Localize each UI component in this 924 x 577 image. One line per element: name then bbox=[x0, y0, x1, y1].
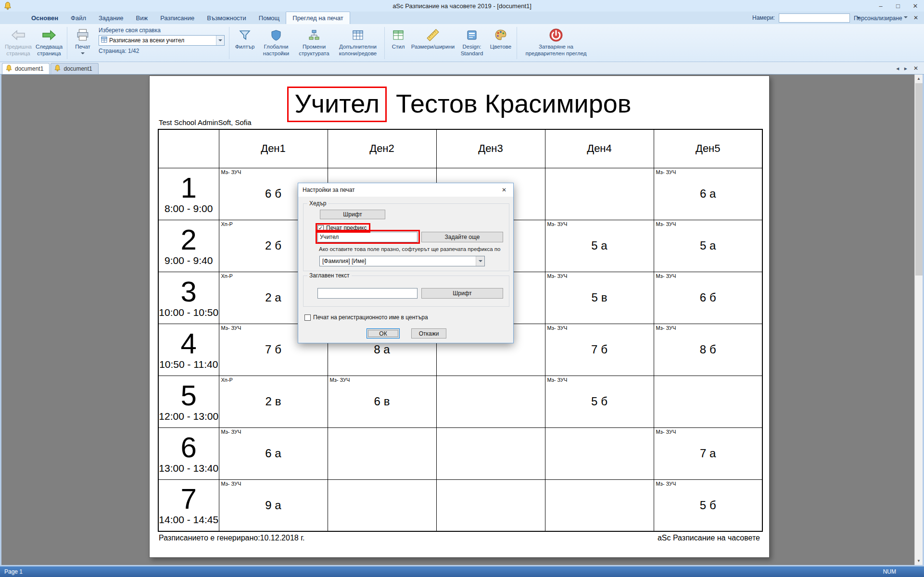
tab-print-preview[interactable]: Преглед на печат bbox=[286, 12, 350, 24]
tab-zadanie[interactable]: Задание bbox=[92, 12, 130, 24]
name-format-dropdown[interactable]: [Фамилия] [Име] bbox=[319, 256, 485, 266]
scroll-up-button[interactable]: ▲ bbox=[915, 75, 923, 83]
cancel-button[interactable]: Откажи bbox=[411, 328, 446, 339]
maximize-button[interactable]: □ bbox=[889, 0, 907, 11]
lesson-cell: Мз- ЗУЧ5 а bbox=[654, 220, 762, 272]
center-name-checkbox[interactable] bbox=[304, 314, 311, 321]
name-format-value: [Фамилия] [Име] bbox=[320, 258, 476, 264]
tab-vizh[interactable]: Виж bbox=[130, 12, 154, 24]
colors-button[interactable]: Цветове bbox=[487, 25, 514, 61]
period-number: 5 bbox=[159, 381, 219, 410]
doc-tab-2[interactable]: document1 bbox=[51, 63, 98, 74]
lesson-class: 5 б bbox=[700, 499, 716, 512]
report-icon bbox=[101, 36, 107, 45]
tab-razpisanie[interactable]: Разписание bbox=[154, 12, 201, 24]
lesson-class: 6 б bbox=[700, 291, 716, 304]
find-input[interactable] bbox=[779, 14, 857, 22]
lesson-cell: Мз- ЗУЧ6 а bbox=[219, 427, 328, 479]
report-picker-combobox[interactable]: Разписание за всеки учител bbox=[99, 35, 225, 46]
tab-scroll-right-button[interactable]: ► bbox=[903, 66, 908, 71]
period-cell: 310:00 - 10:50 bbox=[158, 272, 219, 324]
center-name-label: Печат на регистрационното име в центъра bbox=[313, 314, 428, 321]
prev-arrow-icon bbox=[11, 26, 25, 44]
combo-dropdown-button[interactable] bbox=[216, 36, 224, 45]
doc-tab-1[interactable]: document1 bbox=[2, 63, 50, 74]
minimize-button[interactable]: – bbox=[872, 0, 889, 11]
lesson-class: 8 б bbox=[700, 343, 716, 356]
scroll-down-button[interactable]: ▼ bbox=[915, 557, 923, 565]
tab-scroll-left-button[interactable]: ◄ bbox=[895, 66, 900, 71]
sizes-label: Размери/ширини bbox=[411, 44, 455, 50]
ribbon-separator bbox=[384, 27, 385, 59]
header-font-button[interactable]: Шрифт bbox=[320, 210, 385, 219]
print-button[interactable]: Печат bbox=[70, 25, 96, 61]
style-label: Стил bbox=[392, 44, 405, 50]
period-cell: 410:50 - 11:40 bbox=[158, 324, 219, 376]
close-preview-button[interactable]: Затваряне на предварителен преглед bbox=[519, 25, 593, 61]
lesson-tag: Мз- ЗУЧ bbox=[221, 169, 241, 175]
filter-button[interactable]: Филтър bbox=[232, 25, 258, 61]
close-document-icon[interactable]: ✕ bbox=[911, 14, 920, 21]
period-cell: 29:00 - 9:40 bbox=[158, 220, 219, 272]
lesson-class: 2 а bbox=[265, 291, 281, 304]
title-font-button[interactable]: Шрифт bbox=[421, 288, 503, 299]
style-button[interactable]: Стил bbox=[387, 25, 409, 61]
dropdown-arrow-button[interactable] bbox=[476, 256, 484, 266]
extra-columns-button[interactable]: Допълнителни колони/редове bbox=[334, 25, 382, 61]
global-settings-button[interactable]: Глобални настройки bbox=[258, 25, 294, 61]
lesson-tag: Мз- ЗУЧ bbox=[547, 377, 568, 383]
close-button[interactable]: ✕ bbox=[907, 0, 924, 11]
print-prefix-checkbox[interactable]: ✓ bbox=[317, 225, 324, 231]
lesson-class: 5 б bbox=[591, 395, 608, 408]
period-number: 4 bbox=[159, 329, 219, 358]
lesson-class: 6 в bbox=[374, 395, 390, 408]
lesson-cell: Мз- ЗУЧ7 б bbox=[545, 324, 654, 376]
ribbon-separator bbox=[229, 27, 229, 59]
set-more-button[interactable]: Задайте още bbox=[421, 232, 503, 242]
lesson-tag: Мз- ЗУЧ bbox=[656, 273, 676, 279]
dialog-close-button[interactable]: ✕ bbox=[495, 183, 513, 197]
ribbon: Предишна страница Следваща страница Печа… bbox=[0, 24, 924, 62]
title-text-input[interactable] bbox=[317, 288, 418, 299]
tab-pomosht[interactable]: Помощ bbox=[253, 12, 286, 24]
asc-bell-icon[interactable] bbox=[3, 1, 12, 10]
scrollbar-thumb[interactable] bbox=[915, 83, 923, 276]
page-title: Учител Тестов Красимиров bbox=[150, 87, 769, 122]
tab-close-button[interactable]: ✕ bbox=[911, 65, 920, 72]
vertical-scrollbar[interactable]: ▲ ▼ bbox=[914, 75, 923, 565]
lesson-tag: Мз- ЗУЧ bbox=[656, 481, 676, 487]
app-window: aSc Разписание на часовете 2019 - [docum… bbox=[0, 0, 924, 577]
close-preview-label: Затваряне на предварителен преглед bbox=[519, 44, 593, 57]
design-button[interactable]: Design: Standard bbox=[456, 25, 487, 61]
lesson-cell: Мз- ЗУЧ5 в bbox=[545, 272, 654, 324]
tab-fail[interactable]: Файл bbox=[64, 12, 92, 24]
period-cell: 714:00 - 14:45 bbox=[158, 479, 219, 531]
lesson-cell: Мз- ЗУЧ7 а bbox=[654, 427, 762, 479]
period-cell: 512:00 - 13:00 bbox=[158, 376, 219, 427]
ok-button[interactable]: ОК bbox=[367, 328, 400, 339]
printer-icon bbox=[76, 26, 89, 44]
next-page-button[interactable]: Следваща страница bbox=[34, 25, 64, 61]
day-header: Ден4 bbox=[545, 129, 654, 168]
grid-columns-icon bbox=[352, 26, 364, 44]
day-header: Ден2 bbox=[328, 129, 436, 168]
find-combobox[interactable] bbox=[779, 13, 850, 23]
prefix-input[interactable] bbox=[317, 232, 418, 242]
chevron-down-icon bbox=[218, 39, 222, 43]
period-time: 9:00 - 9:40 bbox=[159, 255, 219, 266]
sizes-button[interactable]: Размери/ширини bbox=[409, 25, 456, 61]
dialog-titlebar[interactable]: Настройки за печат ✕ bbox=[298, 183, 513, 197]
title-prefix-annotated: Учител bbox=[287, 87, 386, 122]
period-time: 13:00 - 13:40 bbox=[159, 463, 219, 474]
personalize-menu[interactable]: Персонализиране bbox=[854, 14, 908, 22]
prev-page-button[interactable]: Предишна страница bbox=[3, 25, 34, 61]
colors-label: Цветове bbox=[490, 44, 511, 50]
tab-osnoven[interactable]: Основен bbox=[25, 12, 64, 24]
period-number: 3 bbox=[159, 277, 219, 306]
window-title: aSc Разписание на часовете 2019 - [docum… bbox=[0, 2, 924, 10]
change-structure-button[interactable]: Промени структурата bbox=[294, 25, 334, 61]
report-picker-label: Изберете своя справка bbox=[99, 27, 225, 34]
tab-vazmozhnosti[interactable]: Възможности bbox=[201, 12, 253, 24]
lesson-class: 5 а bbox=[700, 239, 716, 252]
titlebar: aSc Разписание на часовете 2019 - [docum… bbox=[0, 0, 924, 12]
